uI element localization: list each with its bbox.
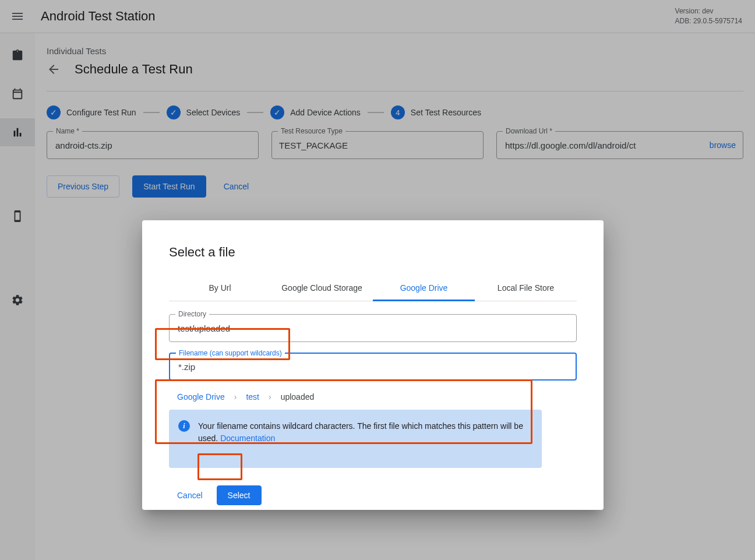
chevron-right-icon: ›: [269, 392, 271, 401]
tab-google-drive[interactable]: Google Drive: [373, 275, 475, 301]
directory-input[interactable]: [177, 323, 569, 334]
tab-by-url[interactable]: By Url: [169, 275, 271, 301]
dialog-tabs: By Url Google Cloud Storage Google Drive…: [169, 275, 577, 301]
documentation-link[interactable]: Documentation: [220, 434, 275, 443]
tab-local-store[interactable]: Local File Store: [475, 275, 577, 301]
tab-gcs[interactable]: Google Cloud Storage: [271, 275, 373, 301]
info-banner: i Your filename contains wildcard charac…: [169, 410, 542, 468]
directory-field[interactable]: Directory: [169, 314, 577, 342]
filename-field[interactable]: Filename (can support wildcards): [169, 353, 577, 381]
dialog-select-button[interactable]: Select: [217, 485, 262, 505]
directory-label: Directory: [175, 310, 209, 318]
filename-input[interactable]: [177, 361, 569, 372]
filename-label: Filename (can support wildcards): [176, 349, 285, 357]
breadcrumb-root[interactable]: Google Drive: [177, 392, 225, 401]
dialog-cancel-button[interactable]: Cancel: [169, 486, 211, 505]
dialog-title: Select a file: [169, 245, 577, 260]
breadcrumb-test[interactable]: test: [246, 392, 259, 401]
info-icon: i: [178, 420, 190, 432]
select-file-dialog: Select a file By Url Google Cloud Storag…: [142, 220, 604, 510]
drive-breadcrumbs: Google Drive › test › uploaded: [169, 391, 577, 410]
chevron-right-icon: ›: [234, 392, 237, 401]
breadcrumb-uploaded: uploaded: [281, 392, 315, 401]
